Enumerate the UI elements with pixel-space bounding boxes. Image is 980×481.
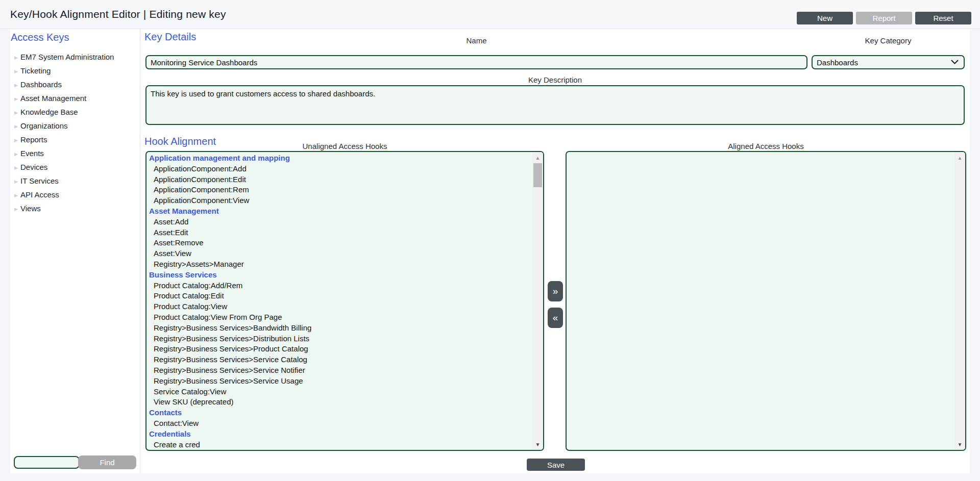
hook-item[interactable]: ApplicationComponent:Rem: [149, 185, 531, 195]
key-description-label: Key Description: [145, 75, 965, 84]
new-button[interactable]: New: [797, 12, 853, 24]
page-title: Key/Hook Alignment Editor | Editing new …: [10, 0, 226, 29]
hook-item[interactable]: Product Catalog:Edit: [149, 291, 531, 301]
hook-group-header: Asset Management: [149, 206, 531, 217]
sidebar-item-label: Devices: [20, 163, 47, 171]
sidebar-divider: [140, 29, 140, 473]
key-description-textarea[interactable]: This key is used to grant customers acce…: [145, 85, 965, 125]
sidebar-item-devices[interactable]: ▶Devices: [11, 160, 138, 174]
sidebar-item-views[interactable]: ▶Views: [11, 201, 138, 215]
hook-item[interactable]: ApplicationComponent:Add: [149, 164, 531, 174]
sidebar-item-reports[interactable]: ▶Reports: [11, 133, 138, 146]
hook-item[interactable]: Registry>Business Services>Product Catal…: [149, 344, 531, 355]
sidebar-item-label: Ticketing: [20, 66, 51, 75]
sidebar-item-it-services[interactable]: ▶IT Services: [11, 174, 138, 188]
sidebar-item-label: Views: [20, 204, 41, 213]
hook-item[interactable]: Product Catalog:Add/Rem: [149, 281, 531, 291]
expand-arrow-icon: ▶: [11, 134, 20, 147]
hook-item[interactable]: ApplicationComponent:View: [149, 195, 531, 206]
key-category-label: Key Category: [812, 36, 965, 45]
hook-item[interactable]: Service Catalog:View: [149, 387, 531, 397]
hook-item[interactable]: Create a cred: [149, 440, 531, 450]
hook-item[interactable]: Product Catalog:View: [149, 301, 531, 312]
scroll-up-icon[interactable]: ▲: [532, 153, 543, 162]
access-keys-tree: ▶EM7 System Administration▶Ticketing▶Das…: [11, 50, 138, 215]
hook-item[interactable]: Product Catalog:View From Org Page: [149, 312, 531, 323]
expand-arrow-icon: ▶: [11, 92, 20, 106]
sidebar-item-label: EM7 System Administration: [20, 53, 114, 61]
hook-group-header: Business Services: [149, 270, 531, 281]
sidebar-item-label: Reports: [20, 135, 47, 144]
sidebar-item-label: API Access: [20, 190, 59, 199]
sidebar-item-label: Knowledge Base: [20, 108, 78, 116]
sidebar-item-label: Dashboards: [20, 80, 62, 89]
hook-item[interactable]: Registry>Business Services>Distribution …: [149, 334, 531, 344]
save-button[interactable]: Save: [527, 459, 585, 471]
expand-arrow-icon: ▶: [11, 65, 20, 79]
aligned-hooks-label: Aligned Access Hooks: [566, 142, 966, 150]
app-header: Key/Hook Alignment Editor | Editing new …: [0, 0, 980, 29]
sidebar-item-api-access[interactable]: ▶API Access: [11, 188, 138, 201]
sidebar-item-events[interactable]: ▶Events: [11, 146, 138, 160]
sidebar-item-label: IT Services: [20, 176, 59, 185]
unaligned-hooks-rows: Application management and mappingApplic…: [146, 153, 531, 450]
find-button[interactable]: Find: [78, 455, 136, 469]
expand-arrow-icon: ▶: [11, 106, 20, 120]
header-buttons: New Report Reset: [797, 12, 971, 24]
aligned-scrollbar[interactable]: ▲ ▼: [954, 152, 965, 450]
unaligned-scrollbar[interactable]: ▲ ▼: [532, 152, 543, 450]
scroll-up-icon[interactable]: ▲: [954, 153, 965, 162]
expand-arrow-icon: ▶: [11, 202, 20, 216]
expand-arrow-icon: ▶: [11, 189, 20, 202]
chevron-down-icon: [951, 60, 959, 65]
hook-item[interactable]: Asset:Add: [149, 217, 531, 227]
reset-button[interactable]: Reset: [915, 12, 971, 24]
key-category-select[interactable]: Dashboards: [812, 55, 965, 69]
sidebar-item-ticketing[interactable]: ▶Ticketing: [11, 64, 138, 78]
sidebar-item-knowledge-base[interactable]: ▶Knowledge Base: [11, 105, 138, 119]
hook-item[interactable]: Registry>Business Services>Service Catal…: [149, 355, 531, 365]
sidebar-item-label: Events: [20, 149, 44, 158]
hook-item[interactable]: Registry>Business Services>Service Notif…: [149, 365, 531, 376]
scrollbar-thumb[interactable]: [533, 163, 542, 187]
find-input[interactable]: [14, 456, 80, 469]
sidebar-item-dashboards[interactable]: ▶Dashboards: [11, 78, 138, 91]
access-keys-heading: Access Keys: [11, 32, 69, 43]
scroll-down-icon[interactable]: ▼: [532, 440, 543, 449]
sidebar-item-asset-management[interactable]: ▶Asset Management: [11, 91, 138, 105]
sidebar-item-em7-system-administration[interactable]: ▶EM7 System Administration: [11, 50, 138, 64]
hook-item[interactable]: Registry>Business Services>Bandwidth Bil…: [149, 323, 531, 334]
move-left-button[interactable]: «: [548, 308, 563, 328]
hook-item[interactable]: Registry>Business Services>Service Usage: [149, 376, 531, 387]
expand-arrow-icon: ▶: [11, 79, 20, 92]
hook-item[interactable]: Asset:Edit: [149, 227, 531, 238]
expand-arrow-icon: ▶: [11, 51, 20, 65]
sidebar-item-label: Asset Management: [20, 94, 86, 103]
expand-arrow-icon: ▶: [11, 120, 20, 134]
key-name-input[interactable]: [145, 55, 807, 69]
hook-item[interactable]: View SKU (deprecated): [149, 397, 531, 408]
expand-arrow-icon: ▶: [11, 147, 20, 161]
expand-arrow-icon: ▶: [11, 161, 20, 175]
scroll-down-icon[interactable]: ▼: [954, 440, 965, 449]
hook-item[interactable]: ApplicationComponent:Edit: [149, 174, 531, 185]
aligned-hooks-list[interactable]: ▲ ▼: [566, 151, 966, 451]
sidebar-item-label: Organizations: [20, 121, 68, 130]
hook-item[interactable]: Registry>Assets>Manager: [149, 259, 531, 270]
hook-item[interactable]: Asset:Remove: [149, 238, 531, 248]
sidebar-item-organizations[interactable]: ▶Organizations: [11, 119, 138, 133]
hook-group-header: Application management and mapping: [149, 153, 531, 164]
hook-item[interactable]: Contact:View: [149, 418, 531, 429]
hook-group-header: Contacts: [149, 408, 531, 418]
name-label: Name: [145, 36, 807, 45]
key-category-value: Dashboards: [817, 58, 858, 67]
unaligned-hooks-label: Unaligned Access Hooks: [145, 142, 544, 150]
expand-arrow-icon: ▶: [11, 175, 20, 189]
report-button[interactable]: Report: [856, 12, 912, 24]
hook-group-header: Credentials: [149, 429, 531, 440]
move-right-button[interactable]: »: [548, 281, 563, 301]
unaligned-hooks-list[interactable]: Application management and mappingApplic…: [145, 151, 544, 451]
hook-item[interactable]: Asset:View: [149, 248, 531, 259]
